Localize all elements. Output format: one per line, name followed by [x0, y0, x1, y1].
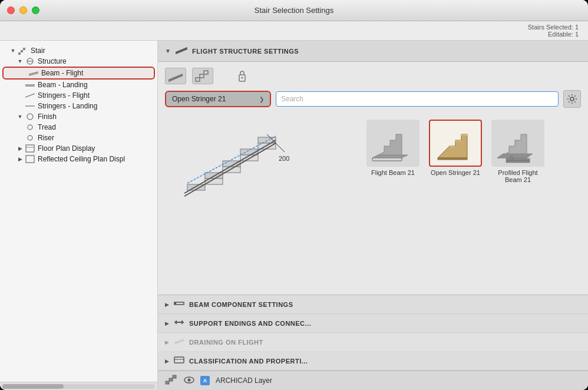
- beam-flight-icon: [28, 69, 39, 77]
- sidebar-item-reflected-ceiling[interactable]: ▶ Reflected Ceiling Plan Displ: [0, 154, 157, 164]
- svg-rect-0: [18, 52, 21, 55]
- scrollbar-track: [2, 384, 155, 389]
- sidebar-item-beam-flight[interactable]: Beam - Flight: [2, 67, 155, 80]
- svg-rect-2: [23, 48, 25, 50]
- panel-title: FLIGHT STRUCTURE SETTINGS: [192, 48, 299, 55]
- svg-rect-65: [166, 381, 169, 384]
- sidebar-item-riser[interactable]: Riser: [0, 133, 157, 143]
- riser-label: Riser: [38, 134, 54, 142]
- thumbnail-open-stringer-21[interactable]: Open Stringer 21: [429, 120, 482, 176]
- eye-icon[interactable]: [184, 376, 194, 386]
- svg-line-39: [187, 136, 276, 183]
- floor-plan-label: Floor Plan Display: [38, 144, 95, 153]
- svg-rect-23: [204, 71, 208, 74]
- svg-rect-55: [506, 161, 530, 163]
- close-button[interactable]: [7, 6, 15, 14]
- stringers-flight-icon: [25, 91, 35, 100]
- panel-collapse-arrow[interactable]: ▼: [165, 48, 171, 54]
- riser-icon: [25, 134, 35, 142]
- settings-button[interactable]: [563, 90, 581, 108]
- search-input[interactable]: [276, 92, 558, 106]
- finish-icon: [25, 113, 35, 121]
- layer-label: ARCHICAD Layer: [216, 376, 272, 385]
- thumbnail-label-profiled-flight-beam-21: Profiled Flight Beam 21: [491, 169, 544, 183]
- thumbnails-area: Flight Beam 21: [323, 114, 588, 295]
- thumbnail-flight-beam-21[interactable]: Flight Beam 21: [366, 120, 419, 176]
- arrow-down-icon: ▼: [9, 47, 16, 54]
- panel-body: Open Stringer 21 ❯: [158, 62, 588, 390]
- layer-indicator: A: [200, 376, 210, 385]
- thumbnail-profiled-flight-beam-21[interactable]: Profiled Flight Beam 21: [491, 120, 544, 183]
- stair-icon: [18, 47, 28, 55]
- svg-point-69: [188, 378, 191, 381]
- sidebar: ▼ Stair ▼ Structure: [0, 41, 158, 390]
- tread-icon: [25, 123, 35, 131]
- svg-rect-48: [450, 146, 455, 148]
- svg-marker-47: [438, 158, 467, 160]
- stair-label: Stair: [31, 47, 45, 55]
- sidebar-item-structure[interactable]: ▼ Structure: [0, 56, 157, 67]
- svg-point-26: [570, 97, 574, 101]
- reflected-ceiling-label: Reflected Ceiling Plan Displ: [38, 155, 125, 163]
- beam-landing-label: Beam - Landing: [38, 81, 88, 89]
- minimize-button[interactable]: [19, 6, 27, 14]
- search-container: [276, 91, 559, 107]
- section-classification[interactable]: ▶ CLASSIFICATION AND PROPERTI...: [158, 352, 588, 371]
- section-arrow-beam-component: ▶: [165, 302, 169, 308]
- section-beam-component[interactable]: ▶ BEAM COMPONENT SETTINGS: [158, 295, 588, 314]
- floor-plan-icon: [25, 144, 35, 153]
- section-arrow-classification: ▶: [165, 358, 169, 364]
- stairs-selected-label: Stairs Selected: 1: [528, 24, 579, 31]
- stair-type-icon-1[interactable]: [165, 68, 186, 84]
- arrow-right-icon: ▶: [16, 145, 24, 152]
- svg-marker-42: [372, 155, 408, 158]
- sidebar-item-finish[interactable]: ▼ Finish: [0, 111, 157, 122]
- tree-view: ▼ Stair ▼ Structure: [0, 41, 157, 382]
- arrow-down-icon3: ▼: [16, 113, 24, 120]
- maximize-button[interactable]: [32, 6, 39, 14]
- svg-line-19: [169, 74, 183, 80]
- sidebar-item-beam-landing[interactable]: Beam - Landing: [0, 80, 157, 90]
- section-title-support: SUPPORT ENDINGS AND CONNEC...: [189, 320, 311, 327]
- svg-rect-67: [173, 375, 176, 378]
- svg-rect-22: [200, 74, 204, 78]
- arrow-down-icon2: ▼: [16, 58, 24, 65]
- svg-line-36: [184, 140, 276, 193]
- section-support-endings[interactable]: ▶ SUPPORT ENDINGS AND CONNEC...: [158, 314, 588, 333]
- svg-marker-52: [497, 154, 533, 158]
- window-title: Stair Selection Settings: [255, 6, 333, 15]
- bottom-stair-icon: [165, 374, 178, 387]
- titlebar: Stair Selection Settings: [0, 0, 588, 21]
- svg-rect-53: [506, 158, 530, 161]
- scrollbar-thumb: [2, 384, 64, 389]
- section-icon-draining: [174, 337, 184, 347]
- section-title-draining: DRAINING ON FLIGHT: [189, 339, 263, 346]
- svg-rect-14: [26, 145, 34, 152]
- top-row: [158, 62, 588, 90]
- main-window: Stair Selection Settings Stairs Selected…: [0, 0, 588, 390]
- info-bar: Stairs Selected: 1 Editable: 1: [0, 21, 588, 41]
- arrow-right-icon2: ▶: [16, 156, 24, 163]
- sidebar-item-floor-plan[interactable]: ▶ Floor Plan Display: [0, 143, 157, 154]
- stair-type-icon-2[interactable]: [192, 68, 213, 84]
- svg-line-20: [169, 75, 183, 81]
- content-area: 200: [158, 114, 588, 295]
- thumbnail-img-profiled-flight-beam-21: [491, 120, 544, 167]
- sidebar-item-tread[interactable]: Tread: [0, 122, 157, 133]
- type-dropdown[interactable]: Open Stringer 21 ❯: [165, 91, 271, 107]
- sidebar-item-stringers-landing[interactable]: Stringers - Landing: [0, 101, 157, 111]
- structure-icon: [25, 57, 35, 65]
- sidebar-item-stringers-flight[interactable]: Stringers - Flight: [0, 90, 157, 101]
- svg-line-9: [25, 94, 35, 97]
- main-content: ▼ Stair ▼ Structure: [0, 41, 588, 390]
- svg-marker-41: [372, 134, 402, 158]
- diagram-area: 200: [158, 114, 323, 295]
- thumbnail-img-flight-beam-21: [366, 120, 419, 167]
- section-icon-classification: [174, 356, 184, 366]
- sidebar-scrollbar[interactable]: [0, 382, 157, 390]
- svg-point-11: [27, 114, 33, 120]
- editable-label: Editable: 1: [548, 31, 579, 38]
- section-draining[interactable]: ▶ DRAINING ON FLIGHT: [158, 333, 588, 352]
- svg-point-13: [28, 135, 32, 140]
- sidebar-item-stair[interactable]: ▼ Stair: [0, 45, 157, 56]
